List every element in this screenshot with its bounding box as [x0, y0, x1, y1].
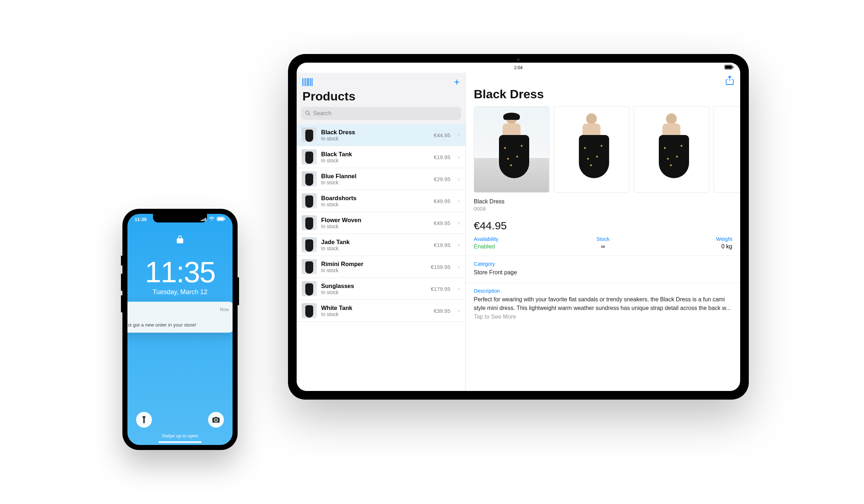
svg-rect-16: [309, 78, 310, 86]
category-value: Store Front page: [474, 268, 732, 277]
svg-rect-17: [310, 78, 311, 86]
detail-meta-row: Availability Enabled Stock ∞ Weight 0 kg: [466, 235, 740, 256]
stock-label: Stock: [560, 236, 646, 242]
product-info: White TankIn stock: [321, 305, 429, 317]
product-thumbnail: [302, 171, 317, 186]
ipad-status-time: 2:04: [514, 65, 522, 70]
detail-price: €44.95: [466, 212, 740, 235]
product-price: €19.95: [434, 242, 450, 248]
product-name: Jade Tank: [321, 239, 429, 246]
detail-title: Black Dress: [466, 86, 740, 106]
iphone-lockscreen: 11:35 11:35 Tuesday, March 12: [127, 214, 233, 445]
notification-body: Congrats! You just got a new order in yo…: [127, 322, 229, 328]
product-name: White Tank: [321, 305, 429, 311]
product-stock: In stock: [321, 202, 429, 207]
product-gallery[interactable]: + Add: [466, 106, 740, 193]
sidebar-title: Products: [297, 88, 465, 107]
wifi-icon: [209, 217, 215, 222]
stock-block[interactable]: Stock ∞: [560, 236, 646, 250]
flashlight-button[interactable]: [136, 412, 152, 428]
svg-rect-1: [202, 219, 203, 221]
ipad-screen: 2:04 + Products: [297, 63, 740, 391]
description-section[interactable]: Description Perfect for wearing with you…: [466, 283, 740, 327]
barcode-icon[interactable]: [302, 78, 312, 86]
svg-point-19: [306, 111, 309, 114]
product-thumbnail: [302, 281, 317, 296]
product-stock: In stock: [321, 224, 429, 229]
product-name: Sunglasses: [321, 283, 427, 289]
product-stock: In stock: [321, 267, 427, 273]
product-info: Black TankIn stock: [321, 151, 429, 163]
product-thumbnail: [302, 127, 317, 143]
lock-icon: [127, 235, 233, 245]
see-more-link[interactable]: Tap to See More: [474, 314, 516, 320]
availability-value: Enabled: [474, 243, 560, 250]
product-price: €159.95: [431, 264, 450, 270]
product-price: €19.95: [434, 154, 450, 160]
ipad-status-bar: 2:04: [297, 63, 740, 73]
svg-rect-10: [733, 66, 734, 68]
svg-rect-7: [225, 218, 225, 220]
product-info: Rimini RomperIn stock: [321, 261, 427, 273]
product-name: Rimini Romper: [321, 261, 427, 267]
share-button[interactable]: [726, 76, 734, 86]
availability-label: Availability: [474, 236, 560, 242]
description-body: Perfect for wearing with your favorite f…: [474, 296, 731, 311]
gallery-image[interactable]: [634, 106, 709, 193]
gallery-image[interactable]: [554, 106, 629, 193]
chevron-right-icon: ›: [458, 131, 460, 139]
product-thumbnail: [302, 149, 317, 165]
phone-side-button: [121, 274, 122, 291]
product-price: €49.95: [434, 198, 450, 204]
search-icon: [305, 111, 310, 117]
svg-rect-3: [205, 218, 206, 221]
product-stock: In stock: [321, 180, 429, 185]
phone-side-button: [238, 277, 239, 305]
svg-point-4: [211, 220, 212, 221]
add-image-button[interactable]: + Add: [714, 106, 740, 193]
svg-rect-6: [217, 217, 224, 220]
product-row[interactable]: Black DressIn stock€44.95›: [297, 124, 465, 146]
category-section[interactable]: Category Store Front page: [466, 256, 740, 283]
iphone-device: 11:35 11:35 Tuesday, March 12: [122, 209, 238, 450]
product-info: Jade TankIn stock: [321, 239, 429, 251]
battery-icon: [217, 217, 225, 222]
product-stock: In stock: [321, 289, 427, 295]
product-row[interactable]: Rimini RomperIn stock€159.95›: [297, 256, 465, 278]
product-row[interactable]: Jade TankIn stock€19.95›: [297, 234, 465, 256]
camera-button[interactable]: [208, 412, 224, 428]
svg-rect-15: [307, 78, 309, 86]
weight-block[interactable]: Weight 0 kg: [646, 236, 732, 250]
chevron-right-icon: ›: [458, 219, 460, 227]
stock-value: ∞: [560, 243, 646, 250]
product-thumbnail: [302, 193, 317, 208]
gallery-image[interactable]: [474, 106, 549, 193]
svg-rect-11: [302, 78, 303, 86]
product-row[interactable]: BoardshortsIn stock€49.95›: [297, 190, 465, 212]
chevron-right-icon: ›: [458, 175, 460, 183]
product-name: Black Dress: [321, 129, 429, 136]
product-stock: In stock: [321, 246, 429, 251]
add-product-button[interactable]: +: [454, 76, 460, 88]
availability-block[interactable]: Availability Enabled: [474, 236, 560, 250]
battery-icon: [724, 65, 734, 69]
search-input[interactable]: Search: [301, 107, 461, 120]
product-row[interactable]: White TankIn stock€39.95›: [297, 300, 465, 322]
product-row[interactable]: SunglassesIn stock€179.95›: [297, 278, 465, 300]
product-row[interactable]: Blue FlannelIn stock€29.95›: [297, 168, 465, 190]
product-price: €39.95: [434, 308, 450, 314]
product-row[interactable]: Flower WovenIn stock€49.95›: [297, 212, 465, 234]
product-stock: In stock: [321, 136, 429, 141]
product-stock: In stock: [321, 311, 429, 317]
product-row[interactable]: Black TankIn stock€19.95›: [297, 146, 465, 168]
swipe-up-hint: Swipe up to open: [127, 433, 233, 438]
product-list[interactable]: Black DressIn stock€44.95›Black TankIn s…: [297, 124, 465, 391]
notification-card[interactable]: ECWID Now New order! Congrats! You just …: [127, 302, 233, 333]
home-indicator[interactable]: [158, 441, 202, 443]
svg-rect-18: [312, 78, 312, 86]
chevron-right-icon: ›: [458, 197, 460, 205]
phone-status-time: 11:35: [135, 217, 147, 222]
detail-sku: 0008: [466, 205, 740, 212]
product-price: €29.95: [434, 176, 450, 182]
chevron-right-icon: ›: [458, 153, 460, 161]
